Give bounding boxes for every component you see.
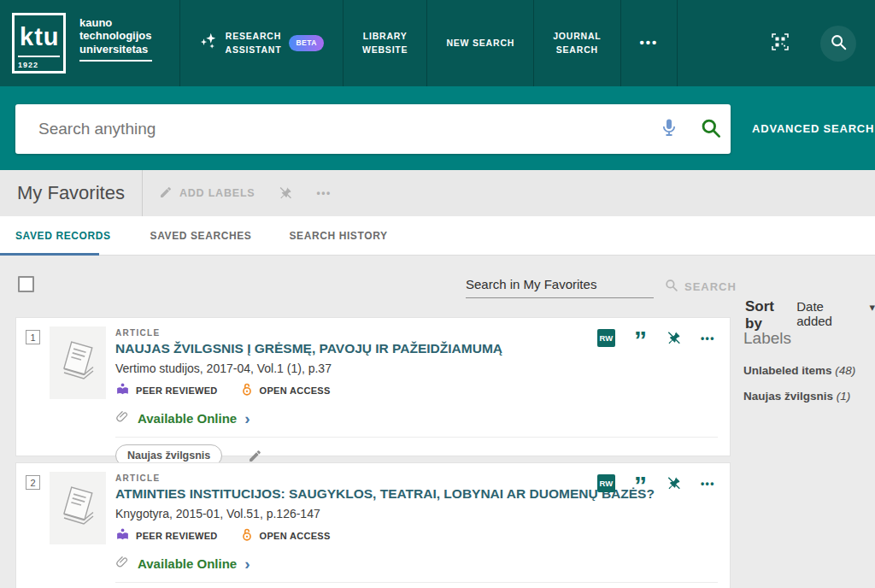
paperclip-icon <box>115 555 130 572</box>
label-count: (1) <box>837 390 851 403</box>
search-input[interactable] <box>15 120 649 138</box>
logo-divider <box>18 56 60 57</box>
available-online-link[interactable]: Available Online › <box>115 555 250 572</box>
select-all-checkbox[interactable] <box>18 276 34 292</box>
main-menu: RESEARCH ASSISTANT BETA LIBRARY WEBSITE … <box>179 0 678 86</box>
ktu-logo-year: 1922 <box>18 61 38 69</box>
favorites-actions: ADD LABELS ••• <box>159 170 332 216</box>
open-access-badge: OPEN ACCESS <box>240 527 331 544</box>
pencil-icon <box>159 185 173 202</box>
saved-record-card-1: 1 ARTICLE NAUJAS ŽVILGSNIS Į GRĖSMĘ, PAV… <box>15 317 731 456</box>
saved-records-content: SEARCH Sort by Date added ▾ Labels Unlab… <box>0 256 875 587</box>
nav-research-assistant[interactable]: RESEARCH ASSISTANT BETA <box>179 0 343 86</box>
qr-code-button[interactable] <box>762 26 798 62</box>
saved-record-card-2: 2 ARTICLE ATMINTIES INSTITUCIJOS: SAUGYK… <box>15 462 731 588</box>
record-overflow-button[interactable]: ••• <box>701 332 715 344</box>
tab-search-history[interactable]: SEARCH HISTORY <box>289 230 387 242</box>
submit-search-button[interactable] <box>690 104 731 154</box>
search-box <box>15 104 731 154</box>
voice-search-button[interactable] <box>649 104 690 154</box>
favorites-overflow-button-disabled[interactable]: ••• <box>316 187 331 199</box>
nav-new-search[interactable]: NEW SEARCH <box>426 0 533 86</box>
refworks-export-button[interactable]: RW <box>597 329 615 347</box>
ktu-logo-square: ktu 1922 <box>12 13 66 74</box>
peer-reviewed-icon <box>115 527 130 544</box>
nav-journal-search[interactable]: JOURNAL SEARCH <box>533 0 620 86</box>
refworks-export-button[interactable]: RW <box>597 474 615 492</box>
header-search-button[interactable] <box>820 26 856 62</box>
chevron-right-icon: › <box>244 558 250 569</box>
university-name: kauno technologijos universitetas <box>79 16 152 62</box>
sort-by-label: Sort by <box>745 298 784 332</box>
citation-icon[interactable]: ” <box>634 476 647 491</box>
label-filter-unlabeled[interactable]: Unlabeled items (48) <box>743 364 855 377</box>
search-icon <box>829 32 848 55</box>
peer-reviewed-badge: PEER REVIEWED <box>115 382 218 398</box>
sort-by-value[interactable]: Date added <box>796 299 849 328</box>
record-overflow-button[interactable]: ••• <box>701 478 715 490</box>
microphone-icon <box>659 117 679 141</box>
search-small-icon <box>664 278 678 295</box>
unpin-button-disabled[interactable] <box>278 185 293 201</box>
search-band: ADVANCED SEARCH <box>0 86 875 170</box>
edit-labels-button[interactable] <box>248 449 262 463</box>
chevron-right-icon: › <box>244 413 250 424</box>
favorites-tabs: SAVED RECORDS SAVED SEARCHES SEARCH HIST… <box>0 216 875 256</box>
label-filter-naujas-zvilgsnis[interactable]: Naujas žvilgsnis (1) <box>743 390 850 403</box>
tab-saved-records[interactable]: SAVED RECORDS <box>15 230 111 242</box>
record-thumbnail <box>50 326 106 399</box>
topbar-right-icons <box>762 26 856 62</box>
chevron-down-icon[interactable]: ▾ <box>869 301 875 314</box>
open-access-icon <box>240 527 254 544</box>
paperclip-icon <box>115 409 130 426</box>
record-thumbnail <box>50 472 106 544</box>
divider <box>142 170 143 216</box>
citation-icon[interactable]: ” <box>634 331 647 345</box>
sparkles-icon <box>199 32 218 55</box>
open-access-icon <box>240 382 254 398</box>
advanced-search-link[interactable]: ADVANCED SEARCH <box>752 86 874 170</box>
record-number: 2 <box>26 475 40 490</box>
favorites-search-button-disabled[interactable]: SEARCH <box>664 278 737 295</box>
available-online-link[interactable]: Available Online › <box>115 409 250 426</box>
tab-saved-searches[interactable]: SAVED SEARCHES <box>150 230 252 242</box>
unpin-record-button[interactable] <box>666 475 682 491</box>
page-title: My Favorites <box>17 182 125 204</box>
add-labels-button[interactable]: ADD LABELS <box>115 583 718 588</box>
labels-section-title: Labels <box>743 329 791 348</box>
record-source: Vertimo studijos, 2017-04, Vol.1 (1), p.… <box>115 362 718 375</box>
peer-reviewed-badge: PEER REVIEWED <box>115 527 218 544</box>
search-submit-icon <box>699 116 722 143</box>
nav-library-website[interactable]: LIBRARY WEBSITE <box>343 0 426 86</box>
top-navigation-bar: ktu 1922 kauno technologijos universitet… <box>0 0 875 86</box>
record-number: 1 <box>26 330 40 344</box>
nav-overflow-menu[interactable]: ••• <box>620 0 678 86</box>
my-favorites-header: My Favorites ADD LABELS ••• <box>0 170 875 216</box>
ktu-logo-acronym: ktu <box>20 23 60 51</box>
qr-code-icon <box>770 32 790 56</box>
label-count: (48) <box>835 364 855 377</box>
unpin-record-button[interactable] <box>666 330 682 346</box>
document-stack-icon <box>57 337 98 390</box>
favorites-filter-input[interactable] <box>466 276 654 298</box>
ktu-logo[interactable]: ktu 1922 kauno technologijos universitet… <box>12 13 152 74</box>
sort-by-control: Sort by Date added ▾ <box>745 298 875 332</box>
document-stack-icon <box>57 482 98 535</box>
beta-badge: BETA <box>289 35 324 51</box>
ellipsis-icon: ••• <box>640 33 659 53</box>
add-labels-button-disabled[interactable]: ADD LABELS <box>159 185 255 202</box>
record-source: Knygotyra, 2015-01, Vol.51, p.126-147 <box>115 507 718 520</box>
peer-reviewed-icon <box>115 382 130 398</box>
open-access-badge: OPEN ACCESS <box>240 382 331 398</box>
